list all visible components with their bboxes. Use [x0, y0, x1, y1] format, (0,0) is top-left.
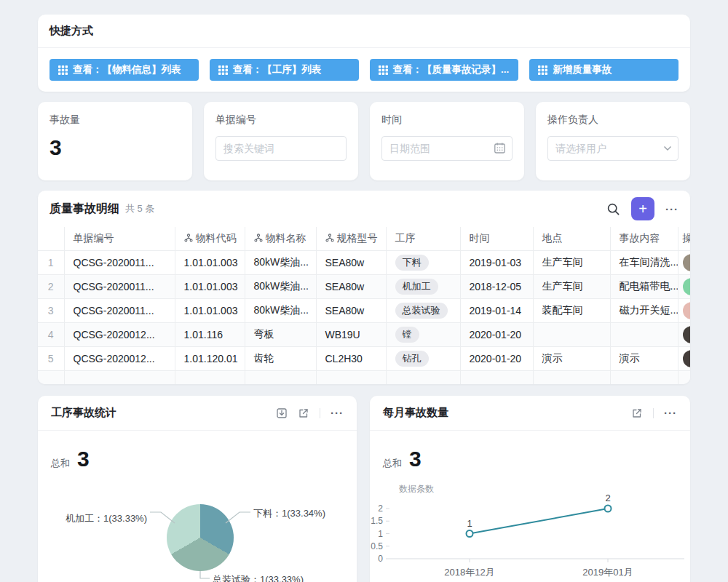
pie-label-jijiagong: 机加工：1(33.33%)	[55, 512, 147, 525]
accident-count-label: 事故量	[50, 113, 181, 127]
shortcut-view-quality-records-button[interactable]: 查看：【质量事故记录】...	[370, 59, 519, 81]
pie-card-header: 工序事故统计 ···	[38, 396, 357, 431]
more-icon: ···	[665, 203, 678, 215]
user-select[interactable]	[547, 136, 678, 161]
shortcut-add-quality-accident-button[interactable]: 新增质量事故	[529, 59, 678, 81]
avatar	[683, 302, 691, 319]
process-tag: 总装试验	[395, 303, 448, 319]
shortcuts-header: 快捷方式	[38, 15, 690, 48]
table-cell: 装配车间	[533, 298, 610, 322]
shortcut-view-process-list-button[interactable]: 查看：【工序】列表	[210, 59, 359, 81]
table-cell: 1.01.116	[175, 322, 245, 346]
column-header: 物料名称	[245, 227, 316, 250]
relation-icon	[325, 234, 334, 242]
accident-count-value: 3	[50, 135, 181, 160]
time-filter-label: 时间	[381, 113, 513, 127]
add-record-button[interactable]: +	[631, 197, 654, 220]
column-header: 时间	[460, 227, 533, 250]
table-cell: 下料	[386, 250, 460, 274]
line-chart[interactable]: 00.511.52122018年12月2019年01月数据条数时间（月）	[370, 466, 690, 582]
table-cell: CL2H30	[316, 346, 386, 370]
table-cell: QCSG-2020011...	[64, 298, 175, 322]
table-cell: 镗	[386, 322, 460, 346]
table-row[interactable]: 5QCSG-2020012...1.01.120.01齿轮CL2H30钻孔202…	[38, 346, 690, 370]
svg-text:2: 2	[378, 503, 383, 514]
date-range-input[interactable]	[381, 136, 513, 161]
pie-more-button[interactable]: ···	[331, 407, 344, 419]
table-cell	[678, 322, 690, 346]
table-title: 质量事故明细	[50, 202, 119, 217]
more-icon: ···	[664, 407, 677, 419]
more-icon: ···	[331, 407, 344, 419]
svg-text:1: 1	[378, 529, 383, 539]
table-cell: SEA80w	[316, 274, 386, 298]
line-chart-title: 每月事故数量	[383, 406, 448, 420]
table-cell: 2019-01-03	[460, 250, 533, 274]
table-row[interactable]: 3QCSG-2020011...1.01.01.00380kW柴油...SEA8…	[38, 298, 690, 322]
search-button[interactable]	[606, 202, 620, 216]
grid-icon	[379, 65, 388, 75]
line-more-button[interactable]: ···	[664, 407, 677, 419]
table-cell: 演示	[533, 346, 610, 370]
download-icon	[276, 407, 288, 419]
calendar-icon	[494, 142, 506, 154]
svg-text:0: 0	[378, 554, 383, 564]
table-cell: 总装试验	[386, 298, 460, 322]
table-cell: 机加工	[386, 274, 460, 298]
doc-number-search-input[interactable]	[215, 136, 347, 161]
table-cell: WB19U	[316, 322, 386, 346]
open-in-new-icon	[631, 407, 643, 419]
table-cell: 1.01.01.003	[175, 274, 245, 298]
row-number: 5	[38, 346, 64, 370]
table-cell: 80kW柴油...	[245, 250, 316, 274]
search-icon	[606, 202, 620, 216]
doc-number-filter-card: 单据编号	[204, 102, 358, 180]
table-cell: 80kW柴油...	[245, 298, 316, 322]
row-number: 1	[38, 250, 64, 274]
table-cell: 配电箱带电...	[610, 274, 678, 298]
table-cell: 齿轮	[245, 346, 316, 370]
column-header: 物料代码	[175, 227, 245, 250]
table-cell: 1.01.01.003	[175, 298, 245, 322]
table-row[interactable]: 2QCSG-2020011...1.01.01.00380kW柴油...SEA8…	[38, 274, 690, 298]
operator-filter-label: 操作负责人	[547, 113, 678, 127]
table-cell: 1.01.01.003	[175, 250, 245, 274]
table-row[interactable]: 4QCSG-2020012...1.01.116弯板WB19U镗2020-01-…	[38, 322, 690, 346]
svg-text:2019年01月: 2019年01月	[582, 567, 633, 578]
time-filter-card: 时间	[370, 102, 524, 180]
svg-text:1: 1	[467, 518, 472, 529]
table-cell	[678, 274, 690, 298]
avatar	[683, 326, 691, 343]
table-cell: QCSG-2020011...	[64, 250, 175, 274]
table-cell: 钻孔	[386, 346, 460, 370]
svg-text:0.5: 0.5	[371, 541, 383, 551]
chevron-down-icon	[663, 144, 672, 153]
monthly-accident-count-card: 每月事故数量 ··· 总和 3 00.511.52122018年12月2019年…	[370, 396, 690, 582]
column-header: 事故内容	[610, 227, 678, 250]
table-more-button[interactable]: ···	[665, 203, 678, 215]
column-header: 规格型号	[316, 227, 386, 250]
open-in-new-button[interactable]	[298, 407, 309, 419]
process-tag: 机加工	[395, 279, 438, 295]
svg-text:数据条数: 数据条数	[399, 484, 434, 494]
shortcut-view-material-list-button[interactable]: 查看：【物料信息】列表	[50, 59, 199, 81]
pie-chart[interactable]	[167, 504, 234, 571]
shortcut-buttons: 查看：【物料信息】列表 查看：【工序】列表 查看：【质量事故记录】... 新增质…	[38, 48, 690, 81]
quality-accident-table-card: 质量事故明细 共 5 条 + ··· 单据编号物料代码物料名称规格型号工序时间地…	[38, 191, 690, 384]
table-cell: 2020-01-20	[460, 322, 533, 346]
avatar	[683, 278, 691, 295]
relation-icon	[254, 234, 263, 242]
pie-label-zongzhuangshiyan: 总装试验：1(33.33%)	[213, 573, 304, 582]
row-number: 2	[38, 274, 64, 298]
column-header: 地点	[533, 227, 610, 250]
plus-icon: +	[638, 201, 647, 217]
doc-number-label: 单据编号	[215, 113, 347, 127]
table-header-row: 单据编号物料代码物料名称规格型号工序时间地点事故内容操作负责人	[38, 227, 690, 250]
table-row-empty	[38, 370, 690, 384]
table-cell	[610, 322, 678, 346]
download-button[interactable]	[276, 407, 288, 419]
open-in-new-button[interactable]	[631, 407, 643, 419]
table-row[interactable]: 1QCSG-2020011...1.01.01.00380kW柴油...SEA8…	[38, 250, 690, 274]
svg-text:1.5: 1.5	[371, 516, 383, 526]
table-cell: 2018-12-05	[460, 274, 533, 298]
